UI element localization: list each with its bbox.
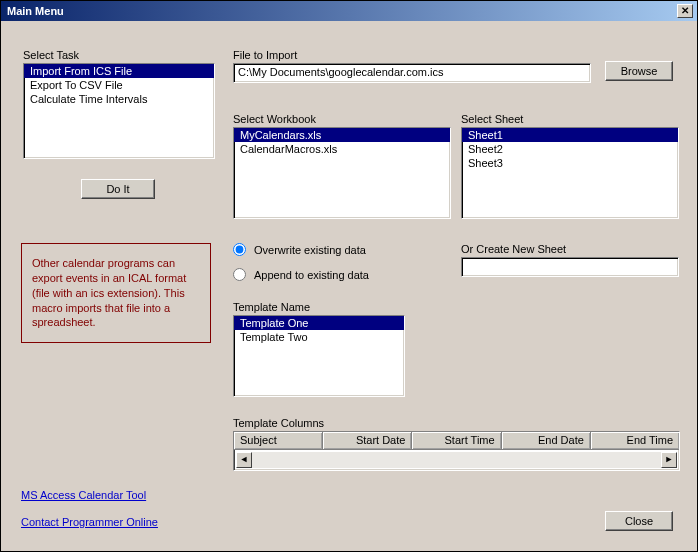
overwrite-radio[interactable]: Overwrite existing data bbox=[233, 243, 366, 256]
label-select-sheet: Select Sheet bbox=[461, 113, 523, 125]
do-it-button[interactable]: Do It bbox=[81, 179, 155, 199]
template-list[interactable]: Template OneTemplate Two bbox=[233, 315, 405, 397]
list-item[interactable]: CalendarMacros.xls bbox=[234, 142, 450, 156]
append-radio[interactable]: Append to existing data bbox=[233, 268, 369, 281]
list-item[interactable]: Export To CSV File bbox=[24, 78, 214, 92]
workbook-list[interactable]: MyCalendars.xlsCalendarMacros.xls bbox=[233, 127, 451, 219]
close-icon[interactable]: ✕ bbox=[677, 4, 693, 18]
list-item[interactable]: MyCalendars.xls bbox=[234, 128, 450, 142]
list-item[interactable]: Sheet2 bbox=[462, 142, 678, 156]
append-radio-input[interactable] bbox=[233, 268, 246, 281]
link-contact[interactable]: Contact Programmer Online bbox=[21, 516, 158, 528]
column-header[interactable]: Start Date bbox=[323, 432, 412, 449]
list-item[interactable]: Calculate Time Intervals bbox=[24, 92, 214, 106]
scroll-track[interactable] bbox=[252, 452, 661, 468]
sheet-list[interactable]: Sheet1Sheet2Sheet3 bbox=[461, 127, 679, 219]
label-template-name: Template Name bbox=[233, 301, 310, 313]
template-columns-hscroll[interactable]: ◄ ► bbox=[236, 452, 677, 468]
list-item[interactable]: Sheet3 bbox=[462, 156, 678, 170]
list-item[interactable]: Template One bbox=[234, 316, 404, 330]
browse-button[interactable]: Browse bbox=[605, 61, 673, 81]
list-item[interactable]: Import From ICS File bbox=[24, 64, 214, 78]
new-sheet-input[interactable] bbox=[461, 257, 679, 277]
link-access-tool[interactable]: MS Access Calendar Tool bbox=[21, 489, 146, 501]
list-item[interactable]: Template Two bbox=[234, 330, 404, 344]
column-header[interactable]: Subject bbox=[234, 432, 323, 449]
scroll-left-icon[interactable]: ◄ bbox=[236, 452, 252, 468]
label-file-to-import: File to Import bbox=[233, 49, 297, 61]
titlebar: Main Menu ✕ bbox=[1, 1, 697, 21]
append-radio-label: Append to existing data bbox=[254, 269, 369, 281]
list-item[interactable]: Sheet1 bbox=[462, 128, 678, 142]
close-button[interactable]: Close bbox=[605, 511, 673, 531]
column-header[interactable]: Start Time bbox=[412, 432, 501, 449]
column-header[interactable]: End Time bbox=[591, 432, 679, 449]
overwrite-radio-input[interactable] bbox=[233, 243, 246, 256]
label-new-sheet: Or Create New Sheet bbox=[461, 243, 566, 255]
task-description: Other calendar programs can export event… bbox=[21, 243, 211, 343]
task-list[interactable]: Import From ICS FileExport To CSV FileCa… bbox=[23, 63, 215, 159]
label-template-columns: Template Columns bbox=[233, 417, 324, 429]
label-select-workbook: Select Workbook bbox=[233, 113, 316, 125]
column-header[interactable]: End Date bbox=[502, 432, 591, 449]
file-to-import-input[interactable]: C:\My Documents\googlecalendar.com.ics bbox=[233, 63, 591, 83]
scroll-right-icon[interactable]: ► bbox=[661, 452, 677, 468]
overwrite-radio-label: Overwrite existing data bbox=[254, 244, 366, 256]
label-select-task: Select Task bbox=[23, 49, 79, 61]
window-title: Main Menu bbox=[5, 5, 677, 17]
template-columns-grid[interactable]: SubjectStart DateStart TimeEnd DateEnd T… bbox=[233, 431, 680, 471]
